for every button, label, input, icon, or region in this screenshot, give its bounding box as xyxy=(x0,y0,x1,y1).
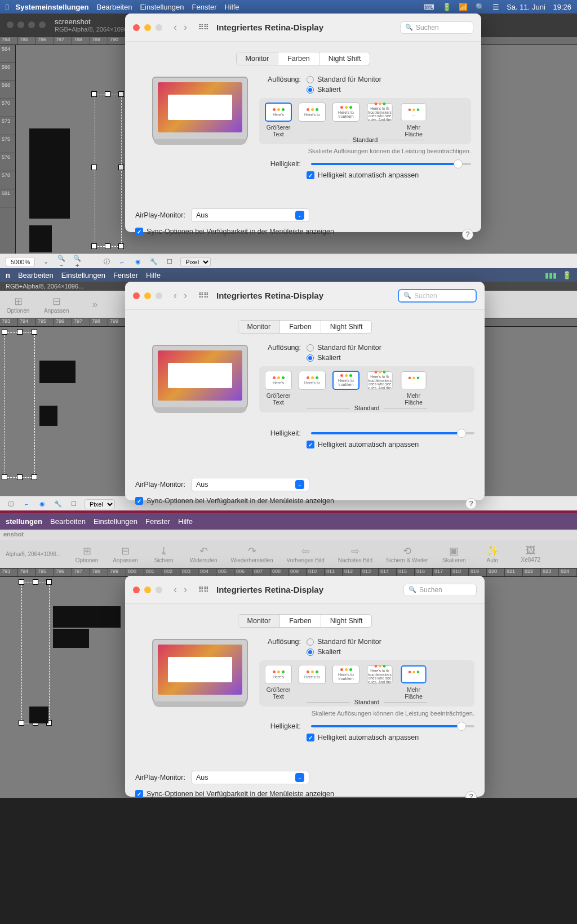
resolution-option-2[interactable]: Here's to troublem xyxy=(332,665,359,700)
menubar-time[interactable]: 19:26 xyxy=(553,3,571,11)
menubar-item-edit[interactable]: Bearbeiten xyxy=(97,3,132,11)
layers-icon[interactable]: ☐ xyxy=(165,258,175,265)
resolution-option-3[interactable]: Here's to thtroublemakersones who seerul… xyxy=(366,103,393,137)
tab-nightshift[interactable]: Night Shift xyxy=(321,615,372,627)
tab-colors[interactable]: Farben xyxy=(278,52,319,65)
airplay-select[interactable]: Aus⌄ xyxy=(191,208,309,222)
prefs-search-field[interactable]: Suchen xyxy=(400,21,473,34)
show-all-icon[interactable]: ⠿⠿ xyxy=(198,585,208,594)
tab-colors[interactable]: Farben xyxy=(280,615,321,627)
wifi-icon[interactable]: 📶 xyxy=(459,3,468,11)
menubar-item-window[interactable]: Fenster xyxy=(145,517,170,526)
prefs-nav[interactable]: ‹› xyxy=(170,21,190,33)
tab-monitor[interactable]: Monitor xyxy=(237,52,279,65)
radio-scaled[interactable] xyxy=(307,354,314,362)
forward-icon[interactable]: › xyxy=(180,290,190,301)
back-icon[interactable]: ‹ xyxy=(170,21,180,33)
tool-redo[interactable]: ↷Wiederherstellen xyxy=(231,545,273,563)
radio-scaled[interactable] xyxy=(307,86,314,94)
auto-brightness-checkbox[interactable] xyxy=(307,734,314,741)
tool-xe[interactable]: 🖼Xe8472 xyxy=(518,545,543,563)
system-menubar[interactable]: stellungen Bearbeiten Einstellungen Fens… xyxy=(0,513,577,530)
resolution-option-3[interactable]: Here's to thtroublemakersones who seerul… xyxy=(366,665,393,700)
target-icon[interactable]: ◉ xyxy=(133,258,143,265)
tab-nightshift[interactable]: Night Shift xyxy=(319,52,370,65)
menubar-item-edit[interactable]: Bearbeiten xyxy=(50,517,86,526)
prefs-search-field[interactable]: Suchen xyxy=(398,289,477,303)
radio-default[interactable] xyxy=(307,638,314,646)
radio-scaled[interactable] xyxy=(307,648,314,656)
prefs-traffic-lights[interactable] xyxy=(133,292,162,299)
resolution-option-4[interactable]: ...Mehr Fläche xyxy=(400,103,427,137)
info-icon[interactable]: ⓘ xyxy=(101,257,112,266)
resolution-option-1[interactable]: Here's to xyxy=(299,103,326,137)
info-icon[interactable]: ⓘ xyxy=(6,500,16,508)
tool-options[interactable]: ⊞Optionen xyxy=(6,295,30,314)
menubar-item-help[interactable]: Hilfe xyxy=(225,3,239,11)
tool-adjust[interactable]: ⊟Anpassen xyxy=(113,545,137,563)
menubar-item-settings[interactable]: Einstellungen xyxy=(61,271,105,279)
radio-default[interactable] xyxy=(307,344,314,352)
resolution-option-2[interactable]: Here's to troublem xyxy=(332,103,359,137)
prefs-tabs[interactable]: Monitor Farben Night Shift xyxy=(135,52,471,65)
tool-more[interactable]: » xyxy=(82,299,107,310)
menubar-item-settings[interactable]: Einstellungen xyxy=(140,3,184,11)
wrench-icon[interactable]: 🔧 xyxy=(149,258,159,265)
tool-scale[interactable]: ▣Skalieren xyxy=(442,545,467,563)
layers-icon[interactable]: ☐ xyxy=(69,500,79,508)
tool-auto[interactable]: ✨Auto xyxy=(480,545,505,563)
back-icon[interactable]: ‹ xyxy=(170,584,180,595)
auto-brightness-checkbox[interactable] xyxy=(307,171,314,179)
resolution-option-4[interactable]: ...Mehr Fläche xyxy=(400,665,427,700)
menubar-item-settings[interactable]: Einstellungen xyxy=(94,517,137,526)
editor-footer-toolbar[interactable]: 5000% ⌄ 🔍− 🔍+ ⓘ ⌐ ◉ 🔧 ☐ Pixel xyxy=(0,254,577,268)
keyboard-icon[interactable]: ⌨ xyxy=(424,3,434,11)
zoom-in-icon[interactable]: 🔍+ xyxy=(72,255,82,268)
prefs-toolbar[interactable]: ‹› ⠿⠿ Integriertes Retina-Display Suchen xyxy=(125,14,481,42)
sync-menu-checkbox[interactable] xyxy=(135,790,143,798)
control-center-icon[interactable]: ☰ xyxy=(492,3,499,11)
resolution-option-0[interactable]: Here'sGrößerer Text xyxy=(265,371,292,406)
system-menubar[interactable]: n Bearbeiten Einstellungen Fenster Hilfe… xyxy=(0,268,577,282)
prefs-search-field[interactable]: Suchen xyxy=(403,584,477,596)
resolution-picker[interactable]: Here'sGrößerer TextHere's toHere's to tr… xyxy=(259,366,474,412)
tool-save-cont[interactable]: ⟲Sichern & Weiter xyxy=(386,545,428,563)
menubar-item-window[interactable]: Fenster xyxy=(113,271,138,279)
tab-monitor[interactable]: Monitor xyxy=(238,321,281,333)
tool-next[interactable]: ⇨Nächstes Bild xyxy=(338,545,372,563)
unit-select[interactable]: Pixel xyxy=(180,257,211,267)
auto-brightness-checkbox[interactable] xyxy=(307,441,314,448)
editor-toolbar[interactable]: Alpha/8, 2064×1096... ⊞Optionen ⊟Anpasse… xyxy=(0,540,577,568)
crop-tool-icon[interactable]: ⌐ xyxy=(117,259,127,265)
help-button[interactable]: ? xyxy=(465,498,477,509)
show-all-icon[interactable]: ⠿⠿ xyxy=(198,291,208,300)
battery-icon[interactable]: 🔋 xyxy=(442,3,451,11)
tool-save[interactable]: ⤓Sichern xyxy=(152,545,176,563)
brightness-slider[interactable] xyxy=(311,725,474,727)
menubar-status-area[interactable]: ⌨ 🔋 📶 🔍 ☰ Sa. 11. Juni 19:26 xyxy=(418,3,571,11)
menubar-date[interactable]: Sa. 11. Juni xyxy=(507,3,545,11)
battery-icon[interactable]: ▮▮▮ xyxy=(545,271,557,279)
forward-icon[interactable]: › xyxy=(180,21,190,33)
resolution-option-1[interactable]: Here's to xyxy=(299,665,326,700)
brightness-slider[interactable] xyxy=(311,432,474,434)
resolution-option-3[interactable]: Here's to thtroublemakersones who seerul… xyxy=(366,371,393,406)
brightness-slider[interactable] xyxy=(311,163,471,165)
tab-nightshift[interactable]: Night Shift xyxy=(321,321,372,333)
resolution-option-4[interactable]: ...Mehr Fläche xyxy=(400,371,427,406)
resolution-option-2[interactable]: Here's to troublem xyxy=(332,371,359,406)
back-icon[interactable]: ‹ xyxy=(170,290,180,301)
target-icon[interactable]: ◉ xyxy=(37,500,47,508)
battery-icon[interactable]: 🔋 xyxy=(562,271,571,279)
airplay-select[interactable]: Aus⌄ xyxy=(191,771,309,784)
resolution-option-0[interactable]: Here'sGrößerer Text xyxy=(265,103,292,137)
crop-tool-icon[interactable]: ⌐ xyxy=(21,501,32,508)
menubar-item-help[interactable]: Hilfe xyxy=(178,517,193,526)
menubar-item-help[interactable]: Hilfe xyxy=(146,271,161,279)
apple-menu-icon[interactable]:  xyxy=(6,2,8,12)
forward-icon[interactable]: › xyxy=(180,584,190,595)
resolution-option-0[interactable]: Here'sGrößerer Text xyxy=(265,665,292,700)
wrench-icon[interactable]: 🔧 xyxy=(53,500,63,508)
resolution-picker[interactable]: Here'sGrößerer TextHere's toHere's to tr… xyxy=(259,98,471,144)
menubar-item-edit[interactable]: Bearbeiten xyxy=(18,271,54,279)
